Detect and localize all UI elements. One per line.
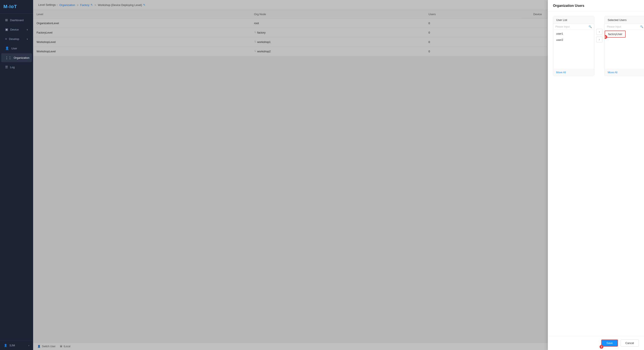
search-icon: 🔍 — [640, 25, 643, 28]
selected-users-header: Selected Users — [605, 16, 644, 24]
selected-item-wrapper: factoryUser 2 — [605, 30, 626, 38]
list-item[interactable]: user1 — [553, 30, 594, 37]
user-list: user1 user2 — [553, 30, 594, 69]
sidebar-item-organization[interactable]: ⋮⋮ Organization — [1, 53, 32, 62]
transfer-arrows: › ‹ — [596, 16, 602, 42]
selected-users-list: factoryUser 2 — [605, 30, 644, 69]
save-btn-wrapper: Save 3 — [601, 340, 618, 346]
sidebar-item-label: User — [11, 47, 17, 50]
user-list-header: User List — [553, 16, 594, 24]
user-icon: 👤 — [5, 46, 9, 50]
dashboard-icon: ⊞ — [5, 18, 8, 22]
badge-3: 3 — [600, 345, 604, 349]
sidebar-item-log[interactable]: ☰ Log — [1, 62, 32, 72]
sidebar-item-label: Device — [10, 28, 19, 31]
user-list-search-input[interactable] — [555, 25, 588, 28]
move-all-right-button[interactable]: Move All — [605, 69, 644, 76]
sidebar-item-user[interactable]: 👤 User — [1, 44, 32, 53]
list-item[interactable]: user2 — [553, 37, 594, 43]
panel-footer: Save 3 Cancel — [548, 336, 644, 350]
sidebar-item-label: Dashboard — [10, 18, 24, 22]
move-all-left-button[interactable]: Move All — [553, 69, 594, 76]
sidebar-item-label: Organization — [14, 56, 30, 60]
footer-chevron: › — [28, 344, 29, 347]
transfer-row: User List 🔍 user1 user2 Move All › ‹ Sel… — [553, 16, 639, 76]
device-icon: ▣ — [5, 28, 8, 32]
selected-users-search-input[interactable] — [607, 25, 639, 28]
sidebar: M-IoT ⊞ Dashboard ▣ Device ∨ ⌗ Develop ∨… — [0, 0, 33, 350]
selected-users-search: 🔍 — [605, 24, 644, 30]
chevron-down-icon: ∨ — [26, 38, 28, 40]
list-item[interactable]: factoryUser — [605, 30, 626, 38]
sidebar-item-label: Develop — [9, 38, 19, 40]
move-left-button[interactable]: ‹ — [596, 36, 602, 42]
sidebar-nav: ⊞ Dashboard ▣ Device ∨ ⌗ Develop ∨ 👤 Use… — [0, 14, 33, 340]
user-icon-footer: 👤 — [4, 344, 7, 347]
sidebar-item-label: Log — [10, 66, 15, 69]
user-list-box: User List 🔍 user1 user2 Move All — [553, 16, 594, 76]
sidebar-item-device[interactable]: ▣ Device ∨ — [1, 25, 32, 34]
badge-2: 2 — [605, 35, 607, 39]
selected-users-box: Selected Users 🔍 factoryUser 2 Move All — [604, 16, 644, 76]
chevron-down-icon: ∨ — [26, 28, 28, 31]
cancel-button[interactable]: Cancel — [620, 340, 639, 346]
footer-username: SJM — [10, 344, 15, 347]
develop-icon: ⌗ — [5, 37, 7, 41]
panel-title: Organization Users — [548, 0, 644, 12]
organization-users-panel: Organization Users User List 🔍 user1 use… — [548, 0, 644, 350]
app-logo: M-IoT — [0, 0, 33, 14]
panel-body: User List 🔍 user1 user2 Move All › ‹ Sel… — [548, 12, 644, 336]
organization-icon: ⋮⋮ — [5, 56, 12, 60]
sidebar-item-develop[interactable]: ⌗ Develop ∨ — [1, 34, 32, 44]
save-button[interactable]: Save — [601, 340, 618, 346]
sidebar-item-dashboard[interactable]: ⊞ Dashboard — [1, 16, 32, 24]
search-icon: 🔍 — [589, 25, 592, 28]
move-right-button[interactable]: › — [596, 29, 602, 35]
user-list-search: 🔍 — [553, 24, 594, 30]
sidebar-footer[interactable]: 👤 SJM › — [0, 340, 33, 350]
log-icon: ☰ — [5, 65, 8, 69]
